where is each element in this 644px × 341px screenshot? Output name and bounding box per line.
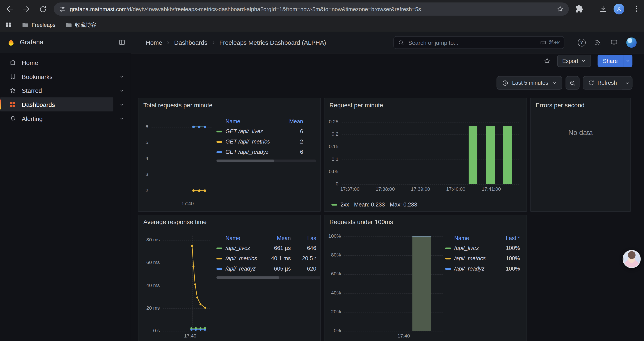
legend-item[interactable]: /api/_metrics100% bbox=[445, 253, 523, 263]
chevron-down-icon bbox=[581, 58, 586, 63]
y-axis-tick: 0.2 bbox=[326, 131, 338, 137]
chart-bar[interactable] bbox=[469, 126, 478, 184]
chart-bar[interactable] bbox=[486, 126, 495, 184]
panel-title[interactable]: Requests under 100ms bbox=[324, 215, 526, 229]
x-axis-tick: 17:40 bbox=[169, 201, 206, 206]
y-axis-tick: 20% bbox=[326, 309, 341, 314]
series-color-swatch bbox=[216, 131, 222, 132]
chart-bar[interactable] bbox=[503, 126, 512, 184]
user-avatar[interactable] bbox=[626, 37, 636, 48]
monitor-icon[interactable] bbox=[610, 39, 618, 46]
bookmarks-bar: Freeleaps 收藏博客 bbox=[0, 18, 644, 32]
sidebar-item-home[interactable]: Home bbox=[0, 56, 113, 70]
chevron-down-icon[interactable] bbox=[116, 85, 127, 96]
forward-icon[interactable] bbox=[21, 4, 31, 14]
sidebar-item-dashboards[interactable]: Dashboards bbox=[0, 97, 113, 112]
browser-profile-avatar[interactable] bbox=[614, 4, 624, 15]
panel-title[interactable]: Total requests per minute bbox=[138, 98, 320, 112]
panel-total-requests-per-minute: Total requests per minute 6543217:40 Nam… bbox=[138, 98, 321, 212]
legend-item[interactable]: Max: 0.233 bbox=[390, 201, 417, 208]
dashboard-canvas: Last 5 minutes Refresh bbox=[131, 69, 644, 341]
bookmark-item-blogs[interactable]: 收藏博客 bbox=[65, 21, 96, 29]
bookmark-item-freeleaps[interactable]: Freeleaps bbox=[22, 21, 55, 28]
chart-bar[interactable] bbox=[412, 236, 431, 331]
panel-title[interactable]: Average response time bbox=[138, 215, 320, 229]
bookmark-star-icon[interactable] bbox=[556, 5, 564, 13]
legend-item[interactable]: Mean: 0.233 bbox=[354, 201, 385, 208]
legend-scrollbar[interactable] bbox=[216, 276, 321, 279]
legend-header: NameMean bbox=[216, 116, 317, 126]
series-color-swatch bbox=[216, 151, 222, 153]
extensions-icon[interactable] bbox=[575, 5, 584, 13]
sidebar-item-alerting[interactable]: Alerting bbox=[0, 112, 113, 126]
y-axis-tick: 0% bbox=[326, 327, 341, 333]
y-axis-tick: 40 ms bbox=[140, 282, 160, 288]
folder-icon bbox=[65, 21, 72, 28]
grafana-brand[interactable]: Grafana bbox=[6, 32, 44, 53]
share-menu-button[interactable] bbox=[623, 55, 632, 67]
time-range-picker[interactable]: Last 5 minutes bbox=[496, 76, 562, 90]
legend-scrollbar[interactable] bbox=[216, 160, 316, 162]
chevron-down-icon[interactable] bbox=[116, 113, 127, 124]
x-axis-tick: 17:41:00 bbox=[473, 186, 510, 192]
legend-item[interactable]: /api/_livez100% bbox=[445, 243, 523, 253]
sidebar-item-label: Home bbox=[22, 59, 38, 66]
apps-grid-icon[interactable] bbox=[5, 21, 12, 28]
site-settings-icon[interactable] bbox=[59, 6, 66, 13]
search-input[interactable] bbox=[408, 39, 537, 46]
rss-icon[interactable] bbox=[594, 39, 602, 46]
chevron-down-icon[interactable] bbox=[116, 71, 127, 82]
x-axis-tick: 17:40 bbox=[385, 333, 422, 339]
bookmark-label: Freeleaps bbox=[32, 22, 55, 28]
browser-menu-icon[interactable] bbox=[632, 5, 640, 13]
y-axis-tick: 80 ms bbox=[140, 237, 160, 242]
sidebar-row-dashboards: Dashboards bbox=[0, 97, 131, 112]
favorite-star-icon[interactable] bbox=[544, 57, 551, 65]
y-axis-tick: 0.15 bbox=[326, 144, 338, 149]
legend-table: NameMeanLas/api/_livez661 µs646/api/_met… bbox=[215, 233, 321, 279]
sidebar-item-starred[interactable]: Starred bbox=[0, 83, 113, 97]
legend-item[interactable]: 2xx bbox=[332, 201, 349, 208]
reload-icon[interactable] bbox=[38, 4, 48, 14]
legend-item[interactable]: /api/_readyz100% bbox=[445, 263, 523, 274]
legend-item[interactable]: GET /api/_metrics2 bbox=[216, 137, 317, 147]
screen: grafana.mathmast.com/d/deytv4rwavabkb/fr… bbox=[0, 0, 644, 341]
url-bar[interactable]: grafana.mathmast.com/d/deytv4rwavabkb/fr… bbox=[54, 3, 569, 16]
series-layer bbox=[163, 236, 210, 331]
url-text[interactable]: grafana.mathmast.com/d/deytv4rwavabkb/fr… bbox=[70, 6, 556, 12]
help-icon[interactable]: ? bbox=[578, 38, 586, 46]
refresh-interval-button[interactable] bbox=[622, 76, 632, 90]
breadcrumb-home[interactable]: Home bbox=[146, 39, 162, 46]
chevron-down-icon bbox=[552, 80, 557, 85]
legend-item[interactable]: GET /api/_livez6 bbox=[216, 126, 317, 137]
chevron-down-icon[interactable] bbox=[116, 99, 127, 110]
legend-inline: 2xxMean: 0.233Max: 0.233 bbox=[332, 201, 417, 208]
downloads-icon[interactable] bbox=[599, 5, 608, 13]
legend-table: NameMeanGET /api/_livez6GET /api/_metric… bbox=[215, 116, 317, 162]
legend-item[interactable]: /api/_livez661 µs646 bbox=[216, 243, 321, 253]
legend-item[interactable]: GET /api/_readyz6 bbox=[216, 147, 317, 157]
share-button[interactable]: Share bbox=[598, 55, 623, 67]
panel-title[interactable]: Errors per second bbox=[531, 98, 630, 112]
back-icon[interactable] bbox=[5, 4, 15, 14]
export-button[interactable]: Export bbox=[557, 55, 591, 67]
panel-average-response-time: Average response time 80 ms60 ms40 ms20 … bbox=[138, 215, 321, 341]
star-icon bbox=[9, 87, 16, 94]
breadcrumb: Home Dashboards Freeleaps Metrics Dashbo… bbox=[146, 32, 326, 53]
bookmark-icon bbox=[9, 73, 16, 80]
sidebar-toggle-icon[interactable] bbox=[118, 39, 126, 46]
scrollbar-thumb[interactable] bbox=[216, 276, 279, 279]
breadcrumb-dashboards[interactable]: Dashboards bbox=[174, 39, 207, 46]
floating-assistant-avatar[interactable] bbox=[623, 250, 641, 268]
search-box[interactable]: ⌘+k bbox=[394, 36, 564, 49]
refresh-button[interactable]: Refresh bbox=[582, 76, 622, 90]
sidebar-row-bookmarks: Bookmarks bbox=[0, 70, 131, 84]
scrollbar-thumb[interactable] bbox=[216, 160, 274, 162]
legend-item[interactable]: /api/_readyz605 µs620 bbox=[216, 263, 321, 274]
panel-title[interactable]: Request per minute bbox=[324, 98, 526, 112]
sidebar-item-bookmarks[interactable]: Bookmarks bbox=[0, 70, 113, 84]
zoom-out-button[interactable] bbox=[566, 76, 580, 90]
x-axis-tick: 17:39:00 bbox=[402, 186, 439, 192]
legend-item[interactable]: /api/_metrics40.1 ms20.5 r bbox=[216, 253, 321, 263]
y-axis-tick: 20 ms bbox=[140, 305, 160, 311]
